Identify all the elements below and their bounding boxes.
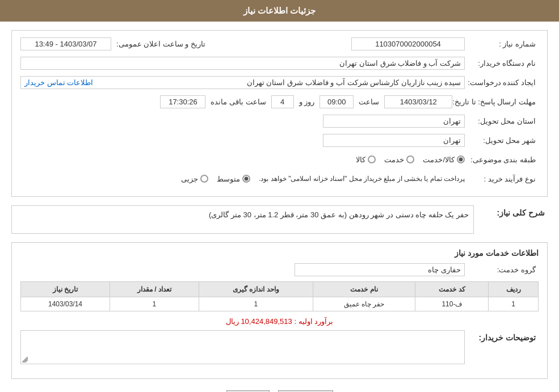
radio-medium[interactable]: متوسط	[217, 175, 250, 183]
page-title: جزئیات اطلاعات نیاز	[243, 6, 316, 15]
table-cell-name: حفر چاه عمیق	[313, 297, 415, 311]
table-cell-date: 1403/03/14	[21, 297, 110, 311]
buyer-notes-label: توضیحات خریدار:	[465, 330, 539, 342]
estimate-value: 10,424,849,513 ریال	[226, 317, 292, 326]
description-section-title: شرح کلی نیاز:	[474, 205, 548, 217]
response-time-label: ساعت	[359, 98, 379, 106]
estimate-label: برآورد اولیه :	[294, 317, 333, 326]
radio-medium-label: متوسط	[217, 175, 240, 183]
info-section: شماره نیاز : 1103070002000054 تاریخ و سا…	[11, 30, 548, 197]
radio-medium-circle	[242, 175, 250, 183]
response-date: 1403/03/12	[384, 95, 452, 108]
services-title: اطلاعات خدمات مورد نیاز	[20, 248, 539, 258]
creator-row: ایجاد کننده درخواست: سیده زینب نازاریان …	[20, 75, 539, 90]
radio-goods-label: کالا	[356, 155, 365, 164]
radio-goods-service-label: کالا/خدمت	[423, 155, 455, 164]
radio-service-label: خدمت	[384, 155, 404, 164]
col-header-date: تاریخ نیاز	[21, 282, 110, 297]
delivery-province-row: استان محل تحویل: تهران	[20, 113, 539, 128]
col-header-row: ردیف	[489, 282, 539, 297]
delivery-province-value: تهران	[323, 115, 465, 128]
announce-value: 1403/03/07 - 13:49	[20, 37, 111, 50]
radio-goods[interactable]: کالا	[356, 155, 376, 164]
radio-service[interactable]: خدمت	[384, 155, 414, 164]
radio-partial[interactable]: جزیی	[181, 175, 208, 183]
purchase-note: پرداخت تمام یا بخشی از مبلغ خریداز محل "…	[259, 175, 465, 183]
col-header-name: نام خدمت	[313, 282, 415, 297]
contact-link[interactable]: اطلاعات تماس خریدار	[24, 78, 93, 87]
delivery-city-label: شهر محل تحویل:	[465, 136, 539, 145]
services-section: اطلاعات خدمات مورد نیاز گروه خدمت: حفاری…	[11, 242, 548, 379]
response-remaining: 17:30:26	[160, 95, 205, 108]
response-deadline-label: مهلت ارسال پاسخ: تا تاریخ:	[452, 98, 539, 106]
service-group-value: حفاری چاه	[295, 263, 465, 276]
radio-partial-circle	[200, 175, 208, 183]
service-group-label: گروه خدمت:	[465, 265, 539, 274]
need-number-value: 1103070002000054	[351, 37, 465, 50]
estimate-row: برآورد اولیه : 10,424,849,513 ریال	[20, 317, 539, 326]
buyer-notes-section: توضیحات خریدار:	[20, 330, 539, 364]
table-cell-row: 1	[489, 297, 539, 311]
delivery-city-row: شهر محل تحویل: تهران	[20, 133, 539, 147]
creator-label: ایجاد کننده درخواست:	[465, 78, 539, 87]
need-number-label: شماره نیاز :	[465, 40, 539, 48]
response-days-label: روز و	[299, 98, 315, 106]
announce-label: تاریخ و ساعت اعلان عمومی:	[116, 40, 205, 48]
service-group-row: گروه خدمت: حفاری چاه	[20, 262, 539, 277]
description-text: حفر یک حلفه چاه دستی در شهر رودهن (به عم…	[209, 210, 469, 219]
buyer-org-row: نام دستگاه خریدار: شرکت آب و فاضلاب شرق …	[20, 56, 539, 70]
page-header: جزئیات اطلاعات نیاز	[0, 0, 559, 22]
response-time: 09:00	[320, 95, 354, 108]
radio-partial-label: جزیی	[181, 175, 198, 183]
buyer-org-value: شرکت آب و فاضلاب شرق استان تهران	[20, 57, 465, 70]
col-header-code: کد خدمت	[415, 282, 489, 297]
buyer-org-label: نام دستگاه خریدار:	[465, 59, 539, 68]
services-table: ردیف کد خدمت نام خدمت واحد اندازه گیری ت…	[20, 281, 539, 311]
radio-goods-circle	[368, 155, 376, 163]
response-remaining-label: ساعت باقی مانده	[211, 98, 266, 106]
category-radio-group: کالا/خدمت خدمت کالا	[20, 155, 465, 164]
table-header-row: ردیف کد خدمت نام خدمت واحد اندازه گیری ت…	[21, 282, 539, 297]
table-cell-unit: 1	[199, 297, 313, 311]
table-cell-code: ف-110	[415, 297, 489, 311]
creator-value: سیده زینب نازاریان کارشناس شرکت آب و فاض…	[247, 78, 461, 87]
resize-handle	[22, 357, 28, 363]
creator-row-container: سیده زینب نازاریان کارشناس شرکت آب و فاض…	[20, 76, 465, 89]
delivery-province-label: استان محل تحویل:	[465, 117, 539, 125]
table-cell-quantity: 1	[110, 297, 199, 311]
radio-goods-service[interactable]: کالا/خدمت	[423, 155, 465, 164]
purchase-type-row: نوع فرآیند خرید : پرداخت تمام یا بخشی از…	[20, 171, 539, 186]
purchase-type-radio-group: پرداخت تمام یا بخشی از مبلغ خریداز محل "…	[20, 175, 465, 183]
description-section: شرح کلی نیاز: حفر یک حلفه چاه دستی در شه…	[11, 205, 548, 234]
col-header-quantity: تعداد / مقدار	[110, 282, 199, 297]
response-days: 4	[271, 95, 294, 108]
delivery-city-value: تهران	[323, 134, 465, 147]
col-header-unit: واحد اندازه گیری	[199, 282, 313, 297]
category-label: طبقه بندی موضوعی:	[465, 155, 539, 164]
need-number-announce-container: 1103070002000054 تاریخ و ساعت اعلان عموم…	[20, 37, 465, 50]
description-content: حفر یک حلفه چاه دستی در شهر رودهن (به عم…	[11, 205, 474, 234]
response-deadline-row: مهلت ارسال پاسخ: تا تاریخ: 1403/03/12 سا…	[20, 94, 539, 109]
category-row: طبقه بندی موضوعی: کالا/خدمت خدمت کالا	[20, 152, 539, 167]
need-number-row: شماره نیاز : 1103070002000054 تاریخ و سا…	[20, 36, 539, 51]
radio-service-circle	[406, 155, 414, 163]
radio-goods-service-circle	[457, 155, 465, 163]
buyer-notes-box[interactable]	[20, 330, 465, 364]
table-row: 1ف-110حفر چاه عمیق111403/03/14	[21, 297, 539, 311]
deadline-container: 1403/03/12 ساعت 09:00 روز و 4 ساعت باقی …	[20, 95, 452, 108]
purchase-type-label: نوع فرآیند خرید :	[465, 175, 539, 183]
